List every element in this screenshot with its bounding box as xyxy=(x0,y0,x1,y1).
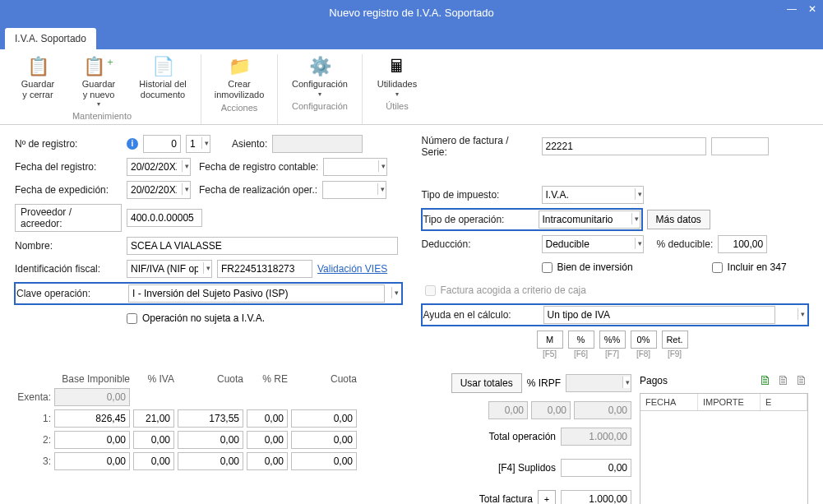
doc-add-icon[interactable]: 🗎 xyxy=(759,373,772,388)
pagos-table[interactable]: FECHA IMPORTE E xyxy=(640,393,808,504)
r2-base[interactable] xyxy=(54,431,130,449)
save-close-button[interactable]: 📋 Guardar y cerrar xyxy=(12,54,64,108)
criterio-caja-label: Factura acogida a criterio de caja xyxy=(441,284,586,296)
lbl-f9: [F9] xyxy=(662,349,688,358)
r2-cuota[interactable] xyxy=(178,431,243,449)
chevron-down-icon[interactable]: ▾ xyxy=(97,100,100,108)
r1-cuota2[interactable] xyxy=(291,409,357,428)
chevron-down-icon[interactable]: ▾ xyxy=(203,262,210,274)
r3-cuota2[interactable] xyxy=(291,452,357,470)
chevron-down-icon[interactable]: ▾ xyxy=(182,160,189,172)
bien-inversion-checkbox[interactable] xyxy=(542,262,553,273)
deduccion-select[interactable] xyxy=(542,235,644,253)
row2-label: 2: xyxy=(15,434,51,446)
irpf-v2 xyxy=(531,401,571,419)
configuracion-button[interactable]: ⚙️ Configuración ▾ xyxy=(286,54,354,98)
tipoop-select[interactable] xyxy=(539,210,640,229)
idfiscal-tipo-select[interactable] xyxy=(127,260,212,278)
pctdeduc-label: % deducible: xyxy=(657,238,714,250)
numfact-label: Número de factura / Serie: xyxy=(422,135,537,158)
pagos-col-e: E xyxy=(761,394,807,410)
nombre-label: Nombre: xyxy=(15,240,122,252)
row-exenta-label: Exenta: xyxy=(15,391,51,403)
r1-pctiva[interactable] xyxy=(133,409,174,428)
btn-m[interactable]: M xyxy=(537,331,563,349)
th-pctiva: % IVA xyxy=(133,373,174,385)
chevron-down-icon[interactable]: ▾ xyxy=(378,160,386,172)
chevron-down-icon[interactable]: ▾ xyxy=(395,90,399,98)
suplidos-label: [F4] Suplidos xyxy=(498,462,556,474)
chevron-down-icon[interactable]: ▾ xyxy=(635,238,642,249)
mas-datos-button[interactable]: Más datos xyxy=(647,210,710,229)
crear-inmovilizado-button[interactable]: 📁 Crear inmovilizado xyxy=(210,54,269,99)
chevron-down-icon[interactable]: ▾ xyxy=(201,137,209,149)
tot-fact-val[interactable] xyxy=(561,490,631,504)
nregistro-input[interactable] xyxy=(143,135,181,153)
r2-pctre[interactable] xyxy=(247,431,288,449)
tipoimp-label: Tipo de impuesto: xyxy=(422,189,537,201)
chevron-down-icon[interactable]: ▾ xyxy=(798,308,805,320)
chevron-down-icon[interactable]: ▾ xyxy=(318,90,321,98)
calculator-icon: 🖩 xyxy=(382,54,412,79)
usar-totales-button[interactable]: Usar totales xyxy=(451,373,522,393)
doc-del-icon: 🗎 xyxy=(795,373,808,388)
r3-base[interactable] xyxy=(54,452,130,470)
ayuda-select[interactable] xyxy=(543,306,775,324)
chevron-down-icon[interactable]: ▾ xyxy=(377,183,385,195)
r2-cuota2[interactable] xyxy=(291,431,357,449)
btn-pctpct[interactable]: %% xyxy=(599,331,626,349)
incluir-347-checkbox[interactable] xyxy=(712,262,723,273)
th-pctre: % RE xyxy=(247,373,288,385)
btn-ret[interactable]: Ret. xyxy=(662,331,688,349)
folder-icon: 📁 xyxy=(224,54,254,79)
save-new-button[interactable]: 📋＋ Guardar y nuevo ▾ xyxy=(72,54,125,108)
tot-fact-label: Total factura xyxy=(479,493,533,504)
tipoimp-select[interactable] xyxy=(542,186,644,204)
th-cuota: Cuota xyxy=(178,373,243,385)
tot-fact-plus-button[interactable]: + xyxy=(538,490,556,504)
r2-pctiva[interactable] xyxy=(133,431,174,449)
r1-cuota[interactable] xyxy=(178,409,243,428)
group-acciones-label: Acciones xyxy=(221,103,258,113)
close-icon[interactable]: ✕ xyxy=(808,3,816,15)
proveedor-input[interactable] xyxy=(127,209,202,227)
btn-0pct[interactable]: 0% xyxy=(631,331,657,349)
r3-cuota[interactable] xyxy=(178,452,243,470)
info-icon[interactable]: i xyxy=(127,138,138,150)
numfact-serie-input[interactable] xyxy=(711,137,769,155)
r1-pctre[interactable] xyxy=(247,409,288,428)
idfiscal-num-input[interactable] xyxy=(217,260,312,278)
th-cuota2: Cuota xyxy=(291,373,357,385)
utilidades-button[interactable]: 🖩 Utilidades ▾ xyxy=(371,54,423,98)
chevron-down-icon[interactable]: ▾ xyxy=(391,287,399,298)
nregistro-label: Nº de registro: xyxy=(15,138,122,150)
chevron-down-icon[interactable]: ▾ xyxy=(182,183,189,195)
r1-base[interactable] xyxy=(54,409,130,428)
irpf-v3 xyxy=(574,401,631,419)
r3-pctiva[interactable] xyxy=(133,452,174,470)
validacion-vies-link[interactable]: Validación VIES xyxy=(317,263,387,275)
suplidos-val[interactable] xyxy=(561,459,631,477)
clave-select[interactable] xyxy=(128,284,385,303)
fexped-label: Fecha de expedición: xyxy=(15,184,122,196)
row3-label: 3: xyxy=(15,455,51,467)
save-new-icon: 📋＋ xyxy=(84,54,113,79)
no-sujeta-checkbox[interactable] xyxy=(127,313,137,324)
nombre-input[interactable] xyxy=(127,237,398,255)
tot-oper-val xyxy=(561,428,631,446)
criterio-caja-checkbox xyxy=(425,285,436,296)
tipoop-label: Tipo de operación: xyxy=(423,214,534,225)
tab-iva-soportado[interactable]: I.V.A. Soportado xyxy=(5,28,96,49)
chevron-down-icon[interactable]: ▾ xyxy=(635,188,642,200)
pagos-col-fecha: FECHA xyxy=(640,394,698,410)
titlebar: Nuevo registro de I.V.A. Soportado — ✕ xyxy=(0,0,823,25)
pctdeduc-input[interactable] xyxy=(718,235,767,253)
chevron-down-icon[interactable]: ▾ xyxy=(631,213,639,224)
r3-pctre[interactable] xyxy=(247,452,288,470)
historial-button[interactable]: 📄 Historial del documento xyxy=(133,54,192,108)
minimize-icon[interactable]: — xyxy=(787,3,797,15)
clave-label: Clave operación: xyxy=(16,288,123,299)
irpf-select xyxy=(566,374,631,392)
numfact-input[interactable] xyxy=(542,137,706,155)
btn-pct[interactable]: % xyxy=(568,331,594,349)
